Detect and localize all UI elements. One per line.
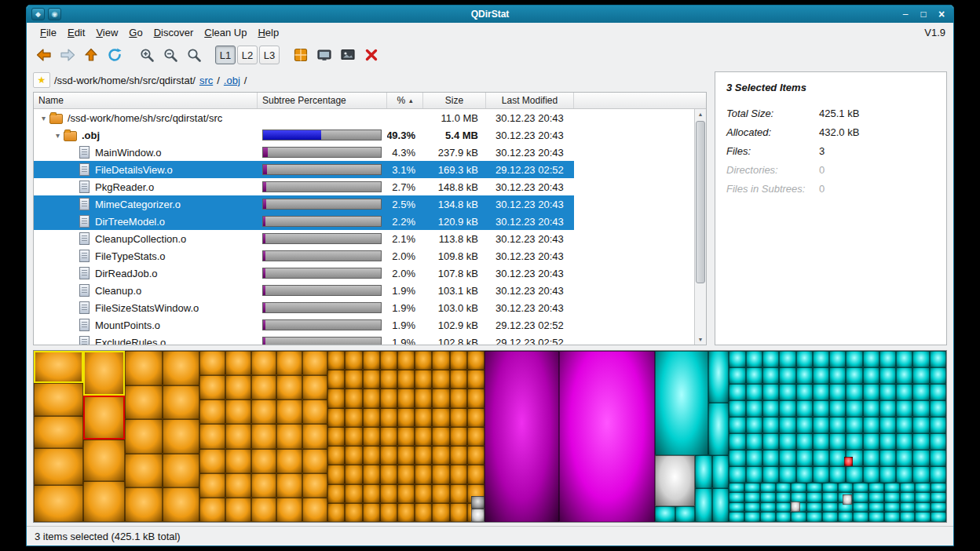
treemap-tile[interactable] bbox=[397, 427, 415, 446]
treemap-tile[interactable] bbox=[471, 509, 485, 522]
treemap-tile[interactable] bbox=[776, 492, 792, 502]
treemap-tile[interactable] bbox=[415, 484, 432, 503]
treemap-tile[interactable] bbox=[276, 473, 302, 498]
treemap-tile[interactable] bbox=[729, 417, 745, 433]
treemap-tile[interactable] bbox=[729, 483, 744, 493]
treemap-tile[interactable] bbox=[930, 450, 946, 466]
column-header-size[interactable]: Size bbox=[423, 93, 486, 108]
treemap-tile[interactable] bbox=[762, 433, 779, 450]
treemap-tile[interactable] bbox=[829, 400, 846, 417]
treemap-tile[interactable] bbox=[762, 466, 779, 483]
column-header-last-modified[interactable]: Last Modified bbox=[486, 93, 574, 108]
treemap-tile[interactable] bbox=[762, 417, 779, 433]
treemap-tile[interactable] bbox=[251, 449, 277, 473]
treemap-tile[interactable] bbox=[327, 389, 345, 407]
treemap-tile[interactable] bbox=[450, 465, 467, 483]
treemap-tile[interactable] bbox=[467, 408, 485, 427]
treemap-tile[interactable] bbox=[302, 449, 328, 473]
treemap-tile[interactable] bbox=[776, 483, 792, 493]
treemap-tile[interactable] bbox=[163, 487, 200, 522]
tree-scrollbar[interactable]: ▲ ▼ bbox=[694, 109, 706, 345]
treemap-tile[interactable] bbox=[760, 502, 776, 513]
treemap-tile[interactable] bbox=[900, 502, 916, 513]
path-link[interactable]: .obj bbox=[224, 75, 240, 86]
bookmark-star-icon[interactable] bbox=[33, 72, 50, 88]
treemap-tile[interactable] bbox=[762, 400, 779, 417]
treemap-tile-selected[interactable] bbox=[34, 351, 83, 383]
tree-row[interactable]: MainWindow.o4.3%237.9 kB30.12.23 20:43 bbox=[34, 144, 695, 161]
treemap-tile[interactable] bbox=[655, 506, 675, 522]
treemap-tile[interactable] bbox=[251, 498, 277, 522]
treemap-tile[interactable] bbox=[796, 367, 813, 384]
treemap-tile[interactable] bbox=[380, 389, 397, 407]
treemap-tile[interactable] bbox=[779, 351, 795, 367]
treemap-tile[interactable] bbox=[746, 466, 762, 483]
treemap-tile[interactable] bbox=[276, 449, 302, 473]
treemap-tile[interactable] bbox=[251, 375, 277, 400]
treemap-tile[interactable] bbox=[822, 492, 838, 502]
treemap-tile[interactable] bbox=[746, 384, 762, 400]
treemap-tile[interactable] bbox=[327, 351, 345, 370]
treemap-tile[interactable] bbox=[896, 400, 912, 417]
treemap-tile[interactable] bbox=[225, 449, 251, 473]
treemap-tile[interactable] bbox=[879, 433, 896, 450]
treemap-tile[interactable] bbox=[779, 417, 795, 433]
treemap-tile[interactable] bbox=[846, 433, 862, 450]
treemap-tile[interactable] bbox=[125, 385, 163, 420]
treemap-tile[interactable] bbox=[327, 503, 345, 522]
treemap-tile-selected[interactable] bbox=[83, 351, 125, 396]
treemap-tile[interactable] bbox=[363, 351, 380, 370]
treemap-tile[interactable] bbox=[559, 351, 655, 522]
zoom-reset-button[interactable] bbox=[183, 45, 205, 66]
tree-row[interactable]: FileSizeStatsWindow.o1.9%103.0 kB30.12.2… bbox=[34, 299, 695, 316]
treemap-tile[interactable] bbox=[345, 427, 362, 446]
treemap-tile[interactable] bbox=[896, 367, 912, 384]
treemap-tile[interactable] bbox=[163, 419, 200, 454]
treemap-tile[interactable] bbox=[302, 498, 328, 522]
treemap-tile[interactable] bbox=[791, 483, 806, 493]
treemap-tile[interactable] bbox=[276, 375, 302, 400]
treemap-tile[interactable] bbox=[125, 454, 163, 488]
treemap-tile[interactable] bbox=[806, 492, 822, 502]
treemap-tile[interactable] bbox=[708, 351, 730, 403]
tree-row[interactable]: ▾/ssd-work/home/sh/src/qdirstat/src11.0 … bbox=[34, 109, 695, 126]
treemap-tile[interactable] bbox=[779, 466, 795, 483]
treemap-tile[interactable] bbox=[225, 473, 251, 498]
treemap-tile[interactable] bbox=[746, 433, 762, 450]
tree-row[interactable]: CleanupCollection.o2.1%113.8 kB30.12.23 … bbox=[34, 230, 695, 247]
treemap-tile[interactable] bbox=[829, 466, 846, 483]
treemap-tile[interactable] bbox=[163, 351, 200, 385]
treemap-tile[interactable] bbox=[746, 367, 762, 384]
treemap-tile[interactable] bbox=[930, 351, 946, 367]
path-link[interactable]: src bbox=[199, 75, 213, 86]
treemap-tile[interactable] bbox=[199, 449, 225, 473]
treemap-tile[interactable] bbox=[930, 400, 946, 417]
treemap-tile[interactable] bbox=[863, 433, 879, 450]
treemap-tile[interactable] bbox=[163, 385, 200, 420]
treemap-tile[interactable] bbox=[863, 351, 879, 367]
treemap-tile[interactable] bbox=[896, 384, 912, 400]
column-header-name[interactable]: Name bbox=[34, 93, 258, 108]
treemap-tile[interactable] bbox=[655, 455, 695, 506]
treemap-tile[interactable] bbox=[879, 384, 896, 400]
treemap-tile[interactable] bbox=[729, 492, 744, 502]
treemap-tile[interactable] bbox=[397, 389, 415, 407]
treemap-tile[interactable] bbox=[708, 403, 730, 454]
treemap-tile[interactable] bbox=[762, 351, 779, 367]
treemap-tile[interactable] bbox=[930, 384, 946, 400]
treemap-tile[interactable] bbox=[712, 455, 729, 489]
treemap-tile[interactable] bbox=[776, 512, 792, 522]
treemap-tile[interactable] bbox=[931, 492, 946, 502]
treemap-tile[interactable] bbox=[900, 492, 916, 502]
treemap-tile[interactable] bbox=[450, 446, 467, 465]
treemap-tile[interactable] bbox=[415, 465, 432, 483]
treemap-tile[interactable] bbox=[829, 433, 846, 450]
column-header--[interactable]: %▴ bbox=[387, 93, 423, 108]
treemap-tile[interactable] bbox=[931, 483, 946, 493]
treemap-tile[interactable] bbox=[397, 370, 415, 389]
treemap-tile[interactable] bbox=[896, 417, 912, 433]
treemap-tile[interactable] bbox=[779, 367, 795, 384]
treemap-tile[interactable] bbox=[380, 351, 397, 370]
treemap-tile[interactable] bbox=[930, 433, 946, 450]
treemap-tile[interactable] bbox=[380, 465, 397, 483]
